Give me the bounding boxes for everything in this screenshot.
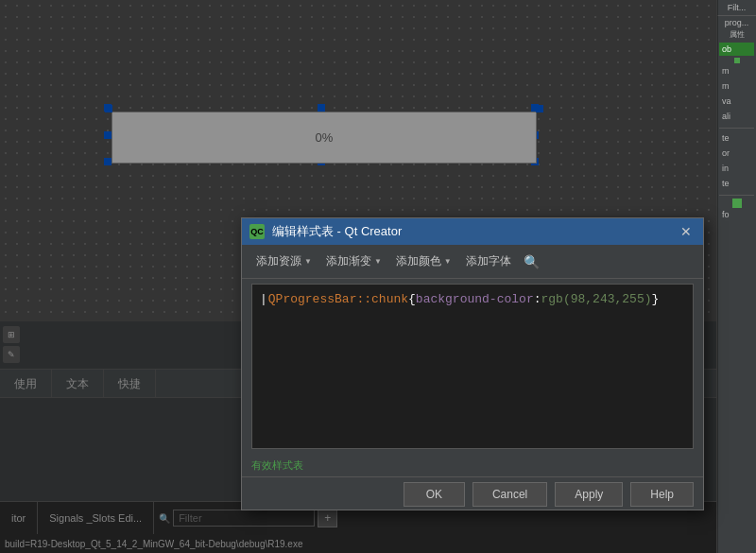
dialog-footer: OK Cancel Apply Help (242, 476, 703, 511)
add-resource-arrow: ▼ (304, 257, 312, 266)
code-line-1: |QProgressBar::chunk {background-color: … (260, 292, 685, 306)
code-colon: : (534, 292, 541, 306)
right-item-ali: ali (719, 110, 754, 123)
search-icon: 🔍 (524, 254, 540, 269)
right-item-ob: ob (719, 43, 754, 56)
expand-icon (734, 58, 740, 63)
dialog-icon: QC (249, 224, 265, 239)
add-color-arrow: ▼ (444, 257, 452, 266)
dialog-titlebar: QC 编辑样式表 - Qt Creator ✕ (242, 218, 703, 245)
search-button[interactable]: 🔍 (521, 251, 542, 272)
code-property-key: background-color (416, 292, 534, 306)
status-valid-text: 有效样式表 (251, 458, 303, 473)
right-text-te2: te (719, 177, 754, 190)
right-item-m2: m (719, 79, 754, 93)
dialog-close-button[interactable]: ✕ (677, 222, 696, 241)
code-selector: QProgressBar::chunk (268, 292, 408, 306)
right-panel-prop: 属性 (719, 29, 754, 40)
cancel-button[interactable]: Cancel (472, 482, 547, 507)
edit-stylesheet-dialog: QC 编辑样式表 - Qt Creator ✕ 添加资源 ▼ 添加渐变 ▼ 添加… (241, 217, 704, 510)
dialog-status: 有效样式表 (242, 454, 703, 476)
help-button[interactable]: Help (630, 482, 694, 507)
right-panel-prog: prog... (719, 18, 754, 27)
add-gradient-button[interactable]: 添加渐变 ▼ (321, 251, 387, 272)
right-text-te: te (719, 131, 754, 145)
dialog-title-left: QC 编辑样式表 - Qt Creator (249, 223, 402, 240)
right-fo-label: fo (719, 208, 754, 221)
right-panel: Filt... prog... 属性 ob m m va ali te or i… (716, 0, 756, 553)
code-value: rgb(98,243,255) (541, 292, 652, 306)
add-font-button[interactable]: 添加字体 (461, 251, 516, 272)
ok-button[interactable]: OK (404, 482, 465, 507)
add-gradient-arrow: ▼ (374, 257, 382, 266)
right-text-or: or (719, 147, 754, 160)
right-text-in: in (719, 162, 754, 175)
apply-button[interactable]: Apply (555, 482, 623, 507)
add-color-button[interactable]: 添加颜色 ▼ (391, 251, 456, 272)
fo-expand-icon (732, 199, 742, 208)
code-brace-close: } (652, 292, 660, 306)
dialog-title: 编辑样式表 - Qt Creator (272, 223, 402, 240)
code-editor[interactable]: |QProgressBar::chunk {background-color: … (251, 284, 694, 449)
code-cursor: | (260, 292, 267, 306)
add-resource-button[interactable]: 添加资源 ▼ (251, 251, 317, 272)
code-brace-open: { (408, 292, 416, 306)
right-item-va: va (719, 95, 754, 108)
right-item-m1: m (719, 64, 754, 78)
dialog-toolbar: 添加资源 ▼ 添加渐变 ▼ 添加颜色 ▼ 添加字体 🔍 (242, 245, 703, 279)
right-panel-filt: Filt... (719, 3, 754, 12)
